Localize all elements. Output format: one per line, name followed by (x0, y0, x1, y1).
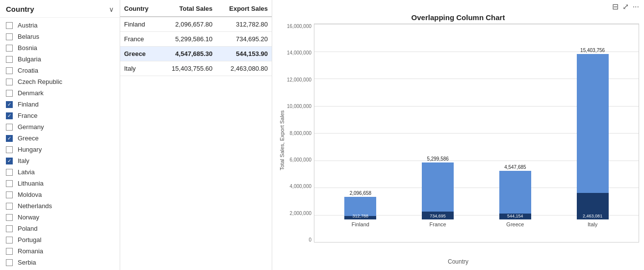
filter-item[interactable]: Italy (0, 155, 120, 166)
bar-total: 312,788 (344, 197, 376, 219)
filter-checkbox[interactable] (6, 22, 13, 29)
filter-item[interactable]: Hungary (0, 144, 120, 155)
filter-checkbox[interactable] (6, 237, 13, 243)
col-header-total-sales: Total Sales (158, 0, 216, 17)
bar-total-label: 5,299,586 (422, 156, 454, 162)
filter-label: Denmark (18, 89, 44, 97)
table-row[interactable]: Finland2,096,657.80312,782.80 (120, 17, 272, 32)
filter-checkbox[interactable] (6, 146, 13, 153)
table-cell-country: Greece (120, 47, 158, 61)
table-cell-exportsales: 544,153.90 (216, 47, 272, 61)
col-header-country: Country (120, 0, 158, 17)
bar-export: 544,154 (499, 214, 531, 219)
y-axis-label: Total Sales, Export Sales (277, 24, 287, 257)
filter-item[interactable]: Greece (0, 133, 120, 144)
bar-total-label: 15,403,756 (577, 48, 609, 53)
filter-item[interactable]: Austria (0, 20, 120, 31)
filter-checkbox[interactable] (6, 135, 13, 142)
filter-label: Finland (18, 101, 39, 108)
filter-item[interactable]: Poland (0, 223, 120, 234)
more-icon[interactable]: ··· (633, 2, 639, 11)
filter-item[interactable]: Romania (0, 245, 120, 257)
filter-label: Moldova (18, 191, 42, 198)
bar-total: 734,695 (422, 162, 454, 219)
filter-label: Germany (18, 123, 44, 131)
filter-checkbox[interactable] (6, 225, 13, 232)
filter-item[interactable]: Spain (0, 268, 120, 270)
filter-label: Hungary (18, 146, 42, 153)
filter-label: Italy (18, 157, 29, 164)
filter-item[interactable]: Latvia (0, 166, 120, 178)
filter-checkbox[interactable] (6, 259, 13, 266)
table-row[interactable]: France5,299,586.10734,695.20 (120, 32, 272, 47)
filter-label: Portugal (18, 236, 41, 243)
filter-checkbox[interactable] (6, 101, 13, 108)
bar-export-label: 544,154 (507, 214, 523, 219)
y-axis-tick-label: 16,000,000 (287, 24, 311, 29)
filter-checkbox[interactable] (6, 203, 13, 210)
filter-label: Romania (18, 247, 43, 255)
filter-checkbox[interactable] (6, 56, 13, 63)
y-axis-tick-label: 6,000,000 (290, 157, 312, 162)
filter-item[interactable]: Netherlands (0, 200, 120, 212)
bar-group: 5,299,586734,695France (422, 156, 454, 227)
chart-area: Total Sales, Export Sales 16,000,00014,0… (277, 24, 639, 257)
table-row[interactable]: Greece4,547,685.30544,153.90 (120, 47, 272, 61)
filter-checkbox[interactable] (6, 214, 13, 221)
bar-export-label: 2,463,081 (583, 214, 602, 219)
filter-item[interactable]: Denmark (0, 87, 120, 99)
bar-export: 734,695 (422, 212, 454, 219)
filter-item[interactable]: Czech Republic (0, 76, 120, 87)
filter-label: Greece (18, 135, 39, 142)
filter-item[interactable]: Finland (0, 99, 120, 110)
table-cell-country: Finland (120, 17, 158, 32)
grid-lines-container: 2,096,658312,788Finland5,299,586734,695F… (314, 24, 639, 243)
filter-label: Serbia (18, 259, 36, 266)
filter-item[interactable]: Portugal (0, 234, 120, 245)
filter-panel: Country ∨ AustriaBelarusBosniaBulgariaCr… (0, 0, 120, 270)
chevron-down-icon[interactable]: ∨ (109, 5, 114, 13)
filter-item[interactable]: Moldova (0, 189, 120, 200)
filter-item[interactable]: Germany (0, 121, 120, 133)
filter-checkbox[interactable] (6, 169, 13, 176)
filter-checkbox[interactable] (6, 191, 13, 198)
bars-container: 2,096,658312,788Finland5,299,586734,695F… (314, 24, 639, 227)
filter-item[interactable]: Croatia (0, 65, 120, 76)
filter-item[interactable]: Belarus (0, 31, 120, 42)
bar-export: 312,788 (344, 216, 376, 219)
filter-checkbox[interactable] (6, 180, 13, 187)
filter-label: France (18, 112, 37, 119)
bar-group: 4,547,685544,154Greece (499, 164, 531, 227)
bar-export-label: 734,695 (430, 214, 446, 219)
table-cell-totalsales: 2,096,657.80 (158, 17, 216, 32)
bar-total: 2,463,081 (577, 54, 609, 219)
filter-item[interactable]: Norway (0, 212, 120, 223)
data-table: Country Total Sales Export Sales Finland… (120, 0, 272, 76)
filter-item[interactable]: France (0, 110, 120, 121)
filter-checkbox[interactable] (6, 67, 13, 74)
filter-item[interactable]: Serbia (0, 257, 120, 268)
expand-icon[interactable]: ⤢ (622, 2, 629, 11)
filter-checkbox[interactable] (6, 248, 13, 255)
filter-checkbox[interactable] (6, 124, 13, 131)
filter-label: Poland (18, 225, 37, 232)
filter-checkbox[interactable] (6, 33, 13, 40)
filter-checkbox[interactable] (6, 79, 13, 85)
table-row[interactable]: Italy15,403,755.602,463,080.80 (120, 61, 272, 76)
table-header-row: Country Total Sales Export Sales (120, 0, 272, 17)
filter-item[interactable]: Lithuania (0, 178, 120, 189)
filter-label: Netherlands (18, 202, 52, 210)
filter-item[interactable]: Bosnia (0, 42, 120, 54)
bar-export-label: 312,788 (353, 214, 369, 219)
filter-checkbox[interactable] (6, 112, 13, 119)
table-cell-totalsales: 5,299,586.10 (158, 32, 216, 47)
filter-item[interactable]: Bulgaria (0, 54, 120, 65)
filter-label: Bosnia (18, 44, 37, 52)
filter-checkbox[interactable] (6, 158, 13, 164)
y-axis-tick-label: 2,000,000 (290, 211, 312, 216)
filter-checkbox[interactable] (6, 45, 13, 52)
filter-icon[interactable]: ⊟ (612, 2, 618, 11)
x-axis-title: Country (277, 258, 639, 265)
table-cell-exportsales: 734,695.20 (216, 32, 272, 47)
filter-checkbox[interactable] (6, 90, 13, 97)
